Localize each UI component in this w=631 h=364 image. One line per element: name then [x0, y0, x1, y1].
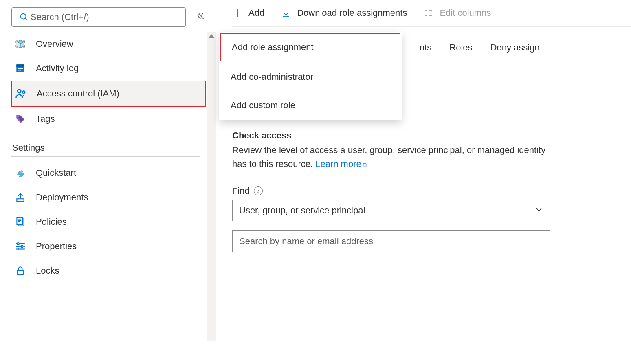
- svg-line-1: [25, 18, 27, 20]
- tab-deny-assignments[interactable]: Deny assign: [490, 42, 540, 53]
- sidebar-scrollbar[interactable]: [207, 32, 216, 341]
- sidebar: Overview Activity log Access control (IA…: [0, 0, 216, 364]
- info-icon[interactable]: i: [254, 186, 263, 195]
- svg-rect-11: [17, 217, 22, 224]
- sidebar-item-label: Overview: [36, 39, 73, 49]
- chevron-down-icon: [535, 206, 543, 216]
- sidebar-item-label: Quickstart: [36, 168, 76, 178]
- svg-point-21: [18, 248, 20, 250]
- plus-icon: [232, 8, 243, 18]
- check-access-heading: Check access: [232, 130, 631, 141]
- dropdown-item-add-co-admin[interactable]: Add co-administrator: [219, 63, 402, 91]
- svg-point-18: [21, 246, 23, 248]
- dropdown-item-add-role-assignment[interactable]: Add role assignment: [220, 33, 400, 61]
- find-select-value: User, group, or service principal: [239, 205, 365, 216]
- toolbar-label: Download role assignments: [297, 8, 407, 18]
- collapse-sidebar-icon[interactable]: [194, 9, 208, 25]
- add-dropdown-menu: Add role assignment Add co-administrator…: [219, 32, 402, 120]
- learn-more-link[interactable]: Learn more⧉: [315, 159, 367, 169]
- lock-icon: [14, 264, 27, 277]
- svg-point-6: [18, 89, 21, 93]
- sidebar-item-policies[interactable]: Policies: [11, 210, 207, 234]
- tab-partial-assignments[interactable]: nts: [420, 42, 431, 53]
- deployments-icon: [14, 191, 27, 204]
- download-icon: [281, 8, 291, 18]
- cube-icon: [14, 37, 27, 50]
- sidebar-item-tags[interactable]: Tags: [11, 107, 207, 131]
- properties-icon: [14, 240, 27, 253]
- add-button[interactable]: Add: [232, 8, 264, 18]
- sidebar-item-label: Policies: [36, 217, 67, 227]
- columns-icon: [423, 8, 434, 18]
- tab-roles[interactable]: Roles: [449, 42, 472, 53]
- svg-rect-24: [17, 270, 23, 275]
- svg-point-0: [21, 14, 26, 19]
- main-panel: Add Download role assignments Edit colum…: [216, 0, 631, 364]
- search-icon: [18, 11, 31, 24]
- policies-icon: [14, 215, 27, 228]
- find-label: Find: [232, 186, 250, 196]
- dropdown-item-add-custom-role[interactable]: Add custom role: [219, 91, 402, 120]
- toolbar-label: Edit columns: [440, 8, 491, 18]
- svg-point-15: [17, 243, 19, 245]
- sidebar-search-input[interactable]: [31, 12, 180, 22]
- find-search-box[interactable]: [232, 230, 550, 252]
- sidebar-item-quickstart[interactable]: Quickstart: [11, 161, 207, 185]
- sidebar-item-overview[interactable]: Overview: [11, 32, 207, 56]
- svg-rect-3: [16, 64, 24, 66]
- sidebar-item-properties[interactable]: Properties: [11, 234, 207, 259]
- quickstart-icon: [14, 167, 27, 180]
- toolbar-label: Add: [248, 8, 264, 18]
- sidebar-item-label: Tags: [36, 114, 55, 124]
- sidebar-item-label: Deployments: [36, 192, 88, 203]
- log-icon: [14, 62, 27, 75]
- sidebar-item-access-control[interactable]: Access control (IAM): [11, 81, 206, 107]
- sidebar-item-deployments[interactable]: Deployments: [11, 185, 207, 210]
- external-link-icon: ⧉: [363, 162, 367, 168]
- svg-rect-4: [18, 68, 23, 69]
- sidebar-item-label: Locks: [36, 265, 59, 276]
- people-icon: [15, 87, 28, 100]
- find-type-select[interactable]: User, group, or service principal: [232, 200, 550, 221]
- download-assignments-button[interactable]: Download role assignments: [281, 8, 407, 18]
- scroll-up-icon: [208, 34, 215, 38]
- sidebar-item-label: Properties: [36, 241, 77, 252]
- svg-rect-9: [17, 199, 24, 202]
- sidebar-item-label: Activity log: [36, 63, 79, 74]
- sidebar-section-settings: Settings: [11, 131, 200, 157]
- sidebar-nav: Overview Activity log Access control (IA…: [11, 32, 216, 283]
- sidebar-item-locks[interactable]: Locks: [11, 259, 207, 283]
- edit-columns-button[interactable]: Edit columns: [423, 8, 491, 18]
- sidebar-search[interactable]: [11, 7, 186, 27]
- svg-point-7: [22, 91, 25, 93]
- tag-icon: [14, 112, 27, 125]
- sidebar-item-activity-log[interactable]: Activity log: [11, 56, 207, 81]
- command-bar: Add Download role assignments Edit colum…: [232, 7, 631, 27]
- find-search-input[interactable]: [239, 236, 543, 247]
- sidebar-item-label: Access control (IAM): [37, 88, 119, 99]
- check-access-description: Review the level of access a user, group…: [232, 143, 546, 171]
- svg-rect-5: [18, 70, 22, 70]
